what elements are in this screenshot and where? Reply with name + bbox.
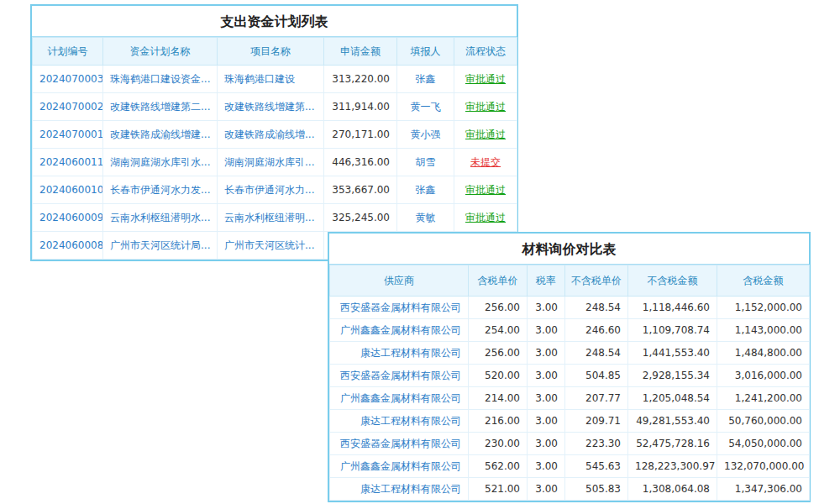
unit-price-no-tax-cell: 248.54: [565, 342, 628, 365]
amount-tax-cell: 1,241,200.00: [717, 387, 810, 410]
fund-plan-name-link[interactable]: 改建铁路线增建第二...: [103, 93, 218, 121]
plan-no-link[interactable]: 2024060010: [33, 176, 103, 204]
amount-tax-cell: 3,016,000.00: [717, 365, 810, 387]
project-name-link[interactable]: 长春市伊通河水力...: [218, 176, 324, 204]
fund-plan-name-link[interactable]: 湖南洞庭湖水库引水...: [103, 149, 218, 176]
plan-table-row: 2024060011 湖南洞庭湖水库引水... 湖南洞庭湖水库引... 446,…: [33, 149, 517, 176]
plan-no-link[interactable]: 2024060009: [33, 204, 103, 232]
unit-price-no-tax-cell: 505.83: [565, 478, 628, 501]
status-link[interactable]: 审批通过: [454, 176, 517, 204]
quote-table: 供应商 含税单价 税率 不含税单价 不含税金额 含税金额 西安盛器金属材料有限公…: [329, 265, 810, 501]
col-header-supplier: 供应商: [330, 265, 469, 297]
col-header-amount-no-tax: 不含税金额: [628, 265, 717, 297]
plan-no-link[interactable]: 2024070001: [33, 121, 103, 149]
col-header-reporter: 填报人: [397, 38, 454, 66]
col-header-amount-tax: 含税金额: [717, 265, 810, 297]
amount-no-tax-cell: 1,205,048.54: [628, 387, 717, 410]
status-link[interactable]: 审批通过: [454, 204, 517, 232]
unit-price-tax-cell: 520.00: [469, 365, 528, 387]
plan-no-link[interactable]: 2024060008: [33, 232, 103, 260]
tax-rate-cell: 3.00: [528, 342, 565, 365]
amount-no-tax-cell: 1,441,553.40: [628, 342, 717, 365]
amount-no-tax-cell: 128,223,300.97: [628, 455, 717, 478]
plan-table-panel: 支出资金计划列表 计划编号 资金计划名称 项目名称 申请金额 填报人 流程状态 …: [30, 4, 518, 261]
amount-cell: 311,914.00: [324, 93, 397, 121]
project-name-link[interactable]: 广州市天河区统计...: [218, 232, 324, 260]
quote-table-row: 康达工程材料有限公司 521.00 3.00 505.83 1,308,064.…: [330, 478, 810, 501]
amount-no-tax-cell: 49,281,553.40: [628, 410, 717, 433]
plan-table-row: 2024060010 长春市伊通河水力发... 长春市伊通河水力... 353,…: [33, 176, 517, 204]
plan-table-header: 计划编号 资金计划名称 项目名称 申请金额 填报人 流程状态: [33, 38, 517, 66]
tax-rate-cell: 3.00: [528, 410, 565, 433]
unit-price-tax-cell: 230.00: [469, 433, 528, 455]
amount-no-tax-cell: 1,109,708.74: [628, 319, 717, 342]
tax-rate-cell: 3.00: [528, 433, 565, 455]
amount-tax-cell: 1,484,800.00: [717, 342, 810, 365]
fund-plan-name-link[interactable]: 广州市天河区统计局...: [103, 232, 218, 260]
unit-price-no-tax-cell: 209.71: [565, 410, 628, 433]
supplier-link[interactable]: 康达工程材料有限公司: [330, 478, 469, 501]
project-name-link[interactable]: 改建铁路成渝线增...: [218, 121, 324, 149]
col-header-tax-rate: 税率: [528, 265, 565, 297]
quote-table-row: 西安盛器金属材料有限公司 230.00 3.00 223.30 52,475,7…: [330, 433, 810, 455]
unit-price-no-tax-cell: 504.85: [565, 365, 628, 387]
status-link[interactable]: 未提交: [454, 149, 517, 176]
col-header-fund-plan-name: 资金计划名称: [103, 38, 218, 66]
plan-table-title: 支出资金计划列表: [32, 6, 517, 37]
tax-rate-cell: 3.00: [528, 365, 565, 387]
status-link[interactable]: 审批通过: [454, 121, 517, 149]
amount-no-tax-cell: 1,118,446.60: [628, 297, 717, 319]
plan-table-row: 2024070003 珠海鹤港口建设资金... 珠海鹤港口建设 313,220.…: [33, 66, 517, 93]
quote-table-row: 广州鑫鑫金属材料有限公司 214.00 3.00 207.77 1,205,04…: [330, 387, 810, 410]
supplier-link[interactable]: 广州鑫鑫金属材料有限公司: [330, 455, 469, 478]
col-header-unit-price-no-tax: 不含税单价: [565, 265, 628, 297]
col-header-plan-no: 计划编号: [33, 38, 103, 66]
page: 支出资金计划列表 计划编号 资金计划名称 项目名称 申请金额 填报人 流程状态 …: [0, 0, 840, 504]
supplier-link[interactable]: 康达工程材料有限公司: [330, 410, 469, 433]
amount-tax-cell: 50,760,000.00: [717, 410, 810, 433]
quote-table-row: 康达工程材料有限公司 256.00 3.00 248.54 1,441,553.…: [330, 342, 810, 365]
quote-table-body: 西安盛器金属材料有限公司 256.00 3.00 248.54 1,118,44…: [330, 297, 810, 501]
project-name-link[interactable]: 珠海鹤港口建设: [218, 66, 324, 93]
plan-table: 计划编号 资金计划名称 项目名称 申请金额 填报人 流程状态 202407000…: [32, 37, 517, 260]
supplier-link[interactable]: 西安盛器金属材料有限公司: [330, 433, 469, 455]
tax-rate-cell: 3.00: [528, 319, 565, 342]
col-header-amount: 申请金额: [324, 38, 397, 66]
plan-table-row: 2024060009 云南水利枢纽潜明水... 云南水利枢纽潜明... 325,…: [33, 204, 517, 232]
amount-cell: 313,220.00: [324, 66, 397, 93]
amount-tax-cell: 1,143,000.00: [717, 319, 810, 342]
supplier-link[interactable]: 康达工程材料有限公司: [330, 342, 469, 365]
fund-plan-name-link[interactable]: 长春市伊通河水力发...: [103, 176, 218, 204]
col-header-unit-price-tax: 含税单价: [469, 265, 528, 297]
fund-plan-name-link[interactable]: 云南水利枢纽潜明水...: [103, 204, 218, 232]
supplier-link[interactable]: 广州鑫鑫金属材料有限公司: [330, 387, 469, 410]
project-name-link[interactable]: 湖南洞庭湖水库引...: [218, 149, 324, 176]
reporter-cell: 胡雪: [397, 149, 454, 176]
tax-rate-cell: 3.00: [528, 387, 565, 410]
amount-cell: 325,245.00: [324, 204, 397, 232]
amount-tax-cell: 1,152,000.00: [717, 297, 810, 319]
fund-plan-name-link[interactable]: 改建铁路成渝线增建...: [103, 121, 218, 149]
plan-no-link[interactable]: 2024070003: [33, 66, 103, 93]
col-header-project-name: 项目名称: [218, 38, 324, 66]
fund-plan-name-link[interactable]: 珠海鹤港口建设资金...: [103, 66, 218, 93]
col-header-status: 流程状态: [454, 38, 517, 66]
unit-price-no-tax-cell: 207.77: [565, 387, 628, 410]
supplier-link[interactable]: 西安盛器金属材料有限公司: [330, 365, 469, 387]
status-link[interactable]: 审批通过: [454, 93, 517, 121]
plan-no-link[interactable]: 2024060011: [33, 149, 103, 176]
unit-price-tax-cell: 256.00: [469, 297, 528, 319]
status-link[interactable]: 审批通过: [454, 66, 517, 93]
unit-price-no-tax-cell: 246.60: [565, 319, 628, 342]
unit-price-tax-cell: 254.00: [469, 319, 528, 342]
supplier-link[interactable]: 西安盛器金属材料有限公司: [330, 297, 469, 319]
quote-table-row: 广州鑫鑫金属材料有限公司 562.00 3.00 545.63 128,223,…: [330, 455, 810, 478]
project-name-link[interactable]: 云南水利枢纽潜明...: [218, 204, 324, 232]
project-name-link[interactable]: 改建铁路线增建第...: [218, 93, 324, 121]
quote-table-header: 供应商 含税单价 税率 不含税单价 不含税金额 含税金额: [330, 265, 810, 297]
amount-tax-cell: 1,347,306.00: [717, 478, 810, 501]
supplier-link[interactable]: 广州鑫鑫金属材料有限公司: [330, 319, 469, 342]
tax-rate-cell: 3.00: [528, 455, 565, 478]
plan-no-link[interactable]: 2024070002: [33, 93, 103, 121]
quote-table-row: 康达工程材料有限公司 216.00 3.00 209.71 49,281,553…: [330, 410, 810, 433]
